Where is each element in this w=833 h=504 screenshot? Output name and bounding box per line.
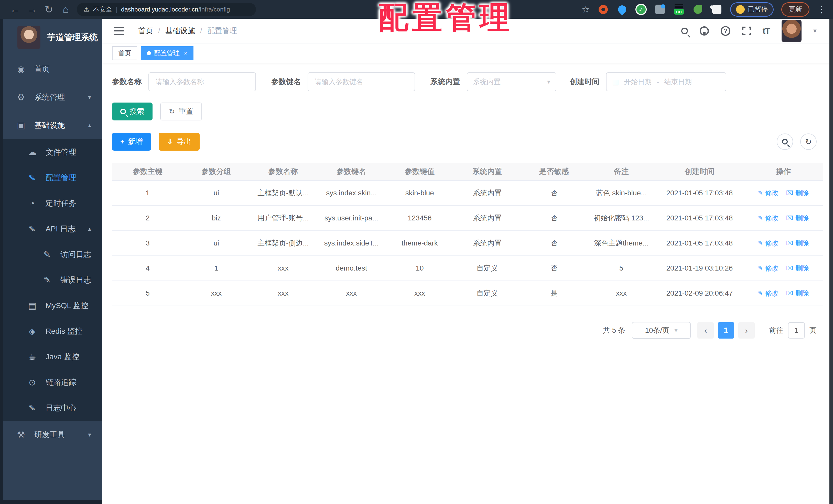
url-host: dashboard.yudao.iocoder.cn	[121, 6, 198, 13]
refresh-button[interactable]: ↻	[800, 133, 817, 150]
sidebar-item-label: 访问日志	[61, 249, 91, 260]
next-page-button[interactable]: ›	[738, 322, 755, 338]
edit-link[interactable]: ✎修改	[758, 213, 779, 223]
table-cell: 123456	[386, 214, 453, 222]
sidebar-item-system[interactable]: ⚙系统管理▾	[3, 83, 102, 111]
reset-button[interactable]: ↻ 重置	[160, 103, 202, 121]
param-key-input[interactable]	[308, 78, 414, 86]
forward-icon[interactable]: →	[24, 4, 41, 15]
prev-page-button[interactable]: ‹	[697, 322, 714, 338]
sidebar-item-config-manage[interactable]: ✎配置管理	[3, 165, 102, 191]
warning-icon: ⚠	[84, 5, 89, 13]
sidebar-item-scheduled-jobs[interactable]: ◔定时任务	[3, 191, 102, 216]
sidebar-item-label: Redis 监控	[46, 326, 83, 336]
extension-cn-icon[interactable]: cn	[673, 4, 685, 15]
param-name-input[interactable]	[149, 78, 255, 86]
address-bar[interactable]: ⚠ 不安全 | dashboard.yudao.iocoder.cn/infra…	[77, 3, 256, 16]
edit-link[interactable]: ✎修改	[758, 289, 779, 298]
sidebar-item-infra[interactable]: ▣基础设施▴	[3, 111, 102, 140]
update-button[interactable]: 更新	[781, 2, 809, 17]
user-avatar[interactable]	[782, 20, 802, 42]
sidebar-item-label: 日志中心	[46, 403, 76, 413]
action-button-row: + 新增 ⇩ 导出 ↻	[112, 133, 823, 151]
tab-close-icon[interactable]: ×	[184, 50, 187, 57]
table-cell: 4	[112, 264, 183, 272]
sidebar-item-dev-tools[interactable]: ⚒研发工具▾	[3, 421, 102, 449]
sidebar-collapse-icon[interactable]	[114, 27, 124, 35]
column-header: 参数分组	[183, 167, 249, 177]
goto-page-input[interactable]	[788, 322, 805, 338]
table-cell: 1	[183, 264, 249, 272]
browser-menu-icon[interactable]: ⋮	[817, 4, 826, 15]
sidebar-item-home[interactable]: ◉首页	[3, 55, 102, 83]
fullscreen-icon[interactable]	[742, 27, 751, 35]
search-toggle-button[interactable]	[777, 133, 793, 150]
monitor-icon: ▣	[15, 120, 27, 130]
sidebar-item-api-log[interactable]: ✎API 日志▴	[3, 216, 102, 242]
export-button[interactable]: ⇩ 导出	[159, 133, 199, 151]
reload-icon[interactable]: ↻	[41, 4, 57, 15]
page-1-button[interactable]: 1	[718, 322, 734, 338]
breadcrumb-infra[interactable]: 基础设施	[165, 26, 195, 36]
edit-icon: ✎	[758, 240, 763, 247]
table-cell: 主框架页-侧边...	[249, 238, 317, 248]
sidebar-item-log-center[interactable]: ✎日志中心	[3, 395, 102, 421]
table-cell: ui	[183, 239, 249, 247]
tab-config[interactable]: 配置管理 ×	[141, 46, 193, 60]
table-cell-actions: ✎修改⌧删除	[744, 213, 823, 223]
date-start-placeholder: 开始日期	[624, 77, 651, 86]
breadcrumb-home[interactable]: 首页	[138, 26, 153, 36]
avatar-caret-icon[interactable]: ▾	[813, 27, 817, 35]
search-button[interactable]: 搜索	[112, 103, 152, 121]
date-range-picker[interactable]: ▦ 开始日期 - 结束日期	[606, 72, 726, 91]
delete-link[interactable]: ⌧删除	[786, 289, 809, 298]
delete-link[interactable]: ⌧删除	[786, 188, 809, 198]
sidebar-item-file-manage[interactable]: ☁文件管理	[3, 140, 102, 165]
table-cell: sys.index.skin...	[317, 189, 386, 197]
github-icon[interactable]	[700, 26, 709, 35]
paused-badge[interactable]: 已暂停	[730, 2, 774, 17]
app-header: 首页 / 基础设施 / 配置管理 ? tT ▾	[102, 19, 833, 44]
font-size-icon[interactable]: tT	[763, 26, 770, 36]
sidebar-item-access-log[interactable]: ✎访问日志	[3, 242, 102, 267]
page-scrollbar[interactable]	[829, 19, 833, 504]
extension-gray-icon[interactable]	[654, 4, 666, 15]
sidebar-item-mysql-monitor[interactable]: ▤MySQL 监控	[3, 293, 102, 318]
back-icon[interactable]: ←	[7, 4, 24, 15]
table-cell: 5	[587, 264, 656, 272]
delete-link[interactable]: ⌧删除	[786, 213, 809, 223]
extension-leaf-icon[interactable]	[692, 4, 704, 15]
bookmark-star-icon[interactable]: ☆	[582, 4, 590, 15]
delete-link[interactable]: ⌧删除	[786, 263, 809, 273]
edit-icon: ✎	[758, 215, 763, 222]
table-cell: 自定义	[453, 263, 521, 273]
extension-check-icon[interactable]: ✓	[636, 4, 647, 15]
logo-image	[17, 26, 41, 49]
extension-orange-icon[interactable]	[598, 4, 609, 15]
sidebar-item-trace[interactable]: ⊙链路追踪	[3, 370, 102, 395]
home-icon[interactable]: ⌂	[57, 4, 74, 15]
sidebar-item-java-monitor[interactable]: ☕Java 监控	[3, 344, 102, 370]
edit-link[interactable]: ✎修改	[758, 188, 779, 198]
extension-pin-icon[interactable]	[617, 4, 628, 15]
edit-link[interactable]: ✎修改	[758, 238, 779, 248]
extensions-puzzle-icon[interactable]	[711, 4, 722, 15]
help-icon[interactable]: ?	[721, 26, 730, 36]
filter-date-label: 创建时间	[570, 77, 599, 87]
add-button[interactable]: + 新增	[112, 133, 151, 151]
search-toggle-icon	[782, 139, 788, 145]
sidebar-item-redis-monitor[interactable]: ◈Redis 监控	[3, 318, 102, 344]
edit-link[interactable]: ✎修改	[758, 263, 779, 273]
sidebar-item-error-log[interactable]: ✎错误日志	[3, 267, 102, 293]
builtin-select[interactable]: 系统内置 ▾	[467, 72, 556, 91]
log-icon: ✎	[27, 224, 38, 234]
column-header: 参数名称	[249, 167, 317, 177]
page-size-select[interactable]: 10条/页 ▾	[632, 322, 691, 339]
tab-home[interactable]: 首页	[112, 46, 137, 60]
total-count: 共 5 条	[603, 326, 625, 335]
sidebar-logo-row[interactable]: 芋道管理系统	[3, 19, 102, 55]
delete-link[interactable]: ⌧删除	[786, 238, 809, 248]
table-cell: 2021-01-19 03:10:26	[656, 264, 744, 272]
search-icon[interactable]	[681, 28, 688, 34]
dashboard-icon: ◉	[15, 64, 27, 74]
